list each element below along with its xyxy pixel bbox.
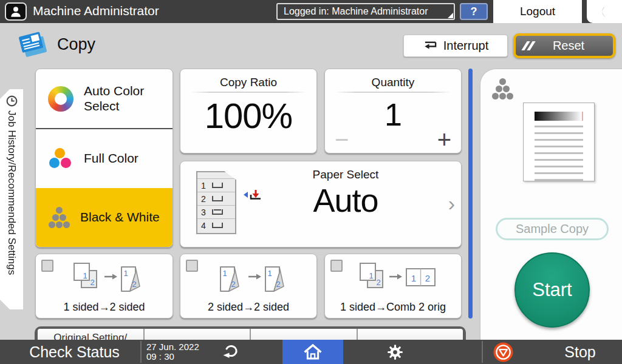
paper-select-card[interactable]: 1 2 3 4 Paper Select Auto › xyxy=(180,161,462,248)
paper-feed-arrow-icon xyxy=(249,189,262,201)
tray-glyph xyxy=(212,196,223,201)
duplex-2to2-icon xyxy=(200,260,297,294)
quantity-decrement-button[interactable]: − xyxy=(335,127,349,152)
scrollbar-thumb[interactable] xyxy=(468,69,473,318)
user-account-button[interactable] xyxy=(5,2,27,21)
quantity-increment-button[interactable]: + xyxy=(437,127,451,152)
job-history-tab[interactable]: Job History/Recommended Settings xyxy=(0,89,23,309)
settings-tab[interactable] xyxy=(358,329,463,340)
dropdown-corner-icon xyxy=(448,13,453,18)
help-button[interactable]: ? xyxy=(460,3,488,20)
divider xyxy=(335,92,451,93)
duplex-2to2-card[interactable]: 2 sided→2 sided xyxy=(180,254,317,318)
job-history-tab-label: Job History/Recommended Settings xyxy=(5,110,18,275)
duplex-1to2-card[interactable]: 1 sided→2 sided xyxy=(35,254,173,318)
combine-2orig-checkbox[interactable] xyxy=(330,260,343,272)
logged-user-title: Machine Administrator xyxy=(33,4,159,18)
settings-tab[interactable] xyxy=(251,329,357,340)
tray-glyph-filled xyxy=(212,209,223,215)
gear-icon xyxy=(387,344,403,360)
combine-2orig-card[interactable]: 1 2 1 sided→Comb 2 orig xyxy=(324,254,462,318)
login-status-dropdown[interactable]: Logged in: Machine Administrator xyxy=(276,3,455,20)
color-mode-card: Auto Color Select Full Color Black & Whi… xyxy=(35,69,173,248)
start-label: Start xyxy=(532,279,572,301)
grayscale-gradient-bar xyxy=(535,112,583,121)
copy-ratio-card[interactable]: Copy Ratio 100% xyxy=(180,69,317,153)
screen-dim-button[interactable] xyxy=(587,0,622,23)
interrupt-icon xyxy=(423,39,438,53)
home-icon xyxy=(304,343,322,360)
black-white-status-icon xyxy=(491,78,513,99)
tray-glyph xyxy=(212,183,223,188)
reset-button[interactable]: Reset xyxy=(513,33,615,58)
sample-copy-label: Sample Copy xyxy=(516,222,589,236)
stop-button[interactable]: Stop xyxy=(486,340,622,364)
interrupt-button[interactable]: Interrupt xyxy=(403,35,508,57)
duplex-1to2-icon xyxy=(56,260,153,294)
black-white-dots-icon xyxy=(48,207,70,229)
chevron-right-icon[interactable]: › xyxy=(448,192,455,215)
tray-number: 1 xyxy=(201,181,207,190)
mode-full-color[interactable]: Full Color xyxy=(36,128,173,188)
reset-label: Reset xyxy=(533,39,604,53)
home-button[interactable] xyxy=(282,340,343,364)
more-settings-tray[interactable]: Original Setting/ xyxy=(35,326,466,340)
crescent-moon-icon xyxy=(597,4,612,19)
copy-preview-thumbnail xyxy=(523,103,595,181)
divider xyxy=(190,92,307,93)
combine-2orig-label: 1 sided→Comb 2 orig xyxy=(325,301,461,314)
copy-ratio-value: 100% xyxy=(180,95,316,136)
back-arrow-icon xyxy=(222,344,240,360)
divider xyxy=(140,341,142,363)
tray-number: 4 xyxy=(201,221,207,231)
date-text: 27 Jun. 2022 xyxy=(146,342,199,352)
person-icon xyxy=(9,5,22,18)
interrupt-label: Interrupt xyxy=(443,39,488,53)
quantity-title: Quantity xyxy=(325,69,461,89)
time-text: 09 : 30 xyxy=(146,352,199,362)
paper-select-title: Paper Select xyxy=(230,161,461,181)
duplex-1to2-checkbox[interactable] xyxy=(41,260,53,272)
settings-button[interactable] xyxy=(384,343,406,360)
logout-label: Logout xyxy=(520,5,555,18)
back-button[interactable] xyxy=(220,343,242,360)
tray-number: 2 xyxy=(201,194,207,204)
copy-ratio-title: Copy Ratio xyxy=(180,69,316,89)
stop-icon xyxy=(493,342,513,362)
help-label: ? xyxy=(471,5,477,18)
sample-copy-button[interactable]: Sample Copy xyxy=(496,218,609,240)
duplex-2to2-checkbox[interactable] xyxy=(186,260,198,272)
bypass-feed-icon xyxy=(244,189,262,201)
combine-2orig-icon: 1 2 xyxy=(344,260,442,294)
logout-button[interactable]: Logout xyxy=(493,0,582,23)
svg-text:2: 2 xyxy=(425,273,430,283)
top-bar: Machine Administrator Logged in: Machine… xyxy=(0,0,622,23)
settings-tab-row: Original Setting/ xyxy=(38,329,463,340)
page-title: Copy xyxy=(57,35,95,54)
auto-color-swirl-icon xyxy=(48,86,73,112)
paper-select-value: Auto xyxy=(230,181,461,219)
divider xyxy=(482,341,483,363)
stop-label: Stop xyxy=(544,343,617,361)
mode-black-white[interactable]: Black & White xyxy=(36,188,173,247)
tray-number: 3 xyxy=(201,207,207,217)
mode-auto-color-label: Auto Color Select xyxy=(84,84,173,113)
original-setting-tab[interactable]: Original Setting/ xyxy=(38,329,143,340)
mode-auto-color[interactable]: Auto Color Select xyxy=(36,69,173,128)
settings-tab[interactable] xyxy=(145,329,250,340)
datetime-display: 27 Jun. 2022 09 : 30 xyxy=(146,342,199,362)
full-color-dots-icon xyxy=(48,147,73,171)
clock-icon xyxy=(5,95,18,107)
check-status-button[interactable]: Check Status xyxy=(12,340,137,364)
copy-app-icon xyxy=(17,29,50,59)
paper-tray-diagram-icon: 1 2 3 4 xyxy=(196,171,236,234)
check-status-label: Check Status xyxy=(29,343,120,361)
login-status-text: Logged in: Machine Administrator xyxy=(284,6,428,17)
svg-text:1: 1 xyxy=(411,273,416,283)
mode-black-white-label: Black & White xyxy=(80,210,160,224)
bypass-pointer-icon xyxy=(244,192,248,198)
duplex-2to2-label: 2 sided→2 sided xyxy=(180,301,316,314)
tray-glyph xyxy=(212,223,223,228)
quantity-card[interactable]: Quantity 1 − + xyxy=(324,69,462,153)
start-button[interactable]: Start xyxy=(514,252,590,328)
